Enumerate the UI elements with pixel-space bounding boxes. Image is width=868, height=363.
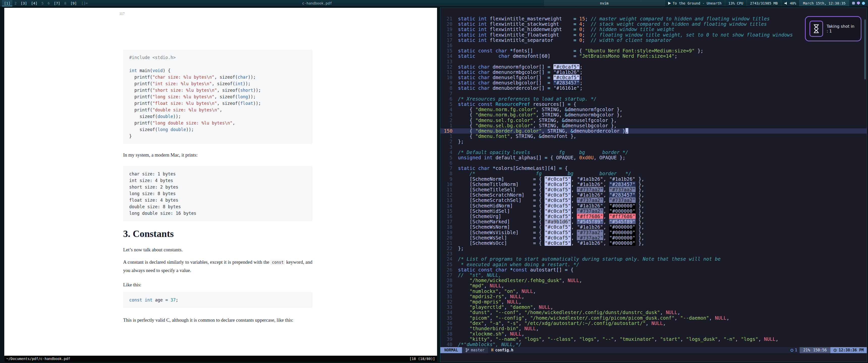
tag-4[interactable]: [4] <box>29 0 39 6</box>
tray-shield-icon[interactable] <box>857 1 860 5</box>
editor-line[interactable]: 12static char dmenunormfgcolor[] = "#c0c… <box>440 64 867 70</box>
editor-line[interactable]: 22}; <box>440 246 867 251</box>
editor-line[interactable]: 15static const char *fonts[] = { "Ubuntu… <box>440 48 867 54</box>
editor-line[interactable]: 21 [SchemeWsOcc] = { "#c0caf5", "#1a1b26… <box>440 240 867 246</box>
editor-line[interactable]: 11 [SchemeTitleSel] = { "#c0caf5", "#737… <box>440 187 867 192</box>
editor-line[interactable]: 19 [SchemeWsVisible] = { "#c0caf5", "#73… <box>440 230 867 235</box>
code-token: , <box>571 176 577 182</box>
editor-line[interactable]: 30 "numlockx", "on", NULL, <box>440 289 867 294</box>
editor-line[interactable]: 36 "dex", "-a", "-s", "/etc/xdg/autostar… <box>440 321 867 326</box>
editor-line[interactable]: 3 { "dmenu.norm.bg.color", STRING, &dmen… <box>440 112 867 118</box>
clock-status: March 15th, 12:38:35 <box>799 0 849 6</box>
editor-line[interactable]: 5unsigned int default_alphas[] = { OPAQU… <box>440 155 867 160</box>
code-token: , <box>490 309 496 315</box>
editor-area[interactable]: 21static int flexwintitle_masterweight =… <box>440 8 867 347</box>
tag-9[interactable]: [9] <box>68 0 79 6</box>
tag-3[interactable]: [3] <box>19 0 29 6</box>
editor-line[interactable]: 28 "/home/wickedlester/.fehbg_dusk", NUL… <box>440 278 867 283</box>
editor-line[interactable]: 10 [SchemeTitleNorm] = { "#c0caf5", "#1a… <box>440 182 867 187</box>
editor-line[interactable]: 17static int flexwintitle_separator = 0;… <box>440 38 867 43</box>
editor-line[interactable]: 14static char dmenufont[60] = "JetBrains… <box>440 54 867 59</box>
line-number: 9 <box>440 80 458 86</box>
tag-8[interactable]: 8 <box>62 0 68 6</box>
color-chip: "#1a1b26" <box>577 192 603 198</box>
code-token: , <box>542 336 548 342</box>
editor-line[interactable]: 35 "picom", "--config", "/home/wickedles… <box>440 316 867 321</box>
editor-line[interactable]: 14 [SchemeHidNorm] = { "#c0caf5", "#1a1b… <box>440 203 867 208</box>
editor-line[interactable]: 31 "mpdris2-rs", NULL, <box>440 294 867 299</box>
editor-line[interactable]: 26static const char *const autostart[] =… <box>440 267 867 272</box>
editor-line[interactable]: 13 <box>440 59 867 64</box>
editor-line[interactable]: 2 { "dmenu.sel.fg.color", STRING, &dmenu… <box>440 118 867 123</box>
color-chip: "#c0caf5" <box>553 64 580 70</box>
editor-line[interactable]: 8static char dmenubordercolor[] = "#1616… <box>440 86 867 91</box>
editor-line[interactable]: 40/*"dwmblocks", NULL,*/ <box>440 342 867 347</box>
editor-line[interactable]: 2}; <box>440 139 867 144</box>
editor-line[interactable]: 23 <box>440 251 867 256</box>
window-title-pdf[interactable]: c-handbook.pdf <box>90 0 544 6</box>
editor-line[interactable]: 7static char *colors[SchemeLast][4] = { <box>440 166 867 171</box>
editor-line[interactable]: 20 [SchemeWsSel] = { "#c0caf5", "#737aa2… <box>440 235 867 240</box>
editor-line[interactable]: 18static int flexwintitle_floatweight = … <box>440 32 867 38</box>
editor-line[interactable]: 39 "kitty", "--name", "logs", "--class",… <box>440 336 867 342</box>
editor-line[interactable]: 15 [SchemeHidSel] = { "#c0caf5", "#737aa… <box>440 208 867 214</box>
code-token: "--config" <box>496 315 524 321</box>
tray-network-icon[interactable] <box>862 2 865 5</box>
code-token: static int <box>458 32 490 38</box>
tag-5[interactable]: 5 <box>39 0 45 6</box>
editor-line[interactable]: 25 * executed again when doing a restart… <box>440 262 867 267</box>
tag-6[interactable]: 6 <box>46 0 52 6</box>
line-number: 25 <box>440 262 458 267</box>
editor-line[interactable]: 1 { "dmenu.font", STRING, &dmenufont }, <box>440 134 867 139</box>
editor-line[interactable]: 21static int flexwintitle_masterweight =… <box>440 16 867 22</box>
editor-line[interactable]: 18 [SchemeWsNorm] = { "#c0caf5", "#1a1b2… <box>440 224 867 230</box>
editor-line[interactable]: 32 "mpd-mpris", NULL, <box>440 299 867 304</box>
editor-line[interactable]: 33 "playerctld", "daemon", NULL, <box>440 304 867 310</box>
editor-line[interactable]: 9 [SchemeNorm] = { "#c0caf5", "#1a1b26",… <box>440 176 867 182</box>
tray-icon-1[interactable] <box>852 2 855 4</box>
code-token: unsigned int <box>458 155 496 160</box>
editor-line[interactable]: 24/* List of programs to start automatic… <box>440 256 867 262</box>
editor-line[interactable]: 8 /* fg bg border */ <box>440 171 867 176</box>
editor-line[interactable]: 7 <box>440 91 867 96</box>
paragraph: In my system, a modern Mac, it prints: <box>123 151 312 159</box>
editor-line[interactable]: 12 [SchemeScratchNorm] = { "#c0caf5", "#… <box>440 192 867 198</box>
tag-7[interactable]: [7] <box>52 0 62 6</box>
editor-line[interactable]: 6/* Xresources preferences to load at st… <box>440 96 867 102</box>
editor-line[interactable]: 34 "dunst", "--conf", "/home/wickedleste… <box>440 310 867 315</box>
editor-line[interactable]: 6 <box>440 160 867 166</box>
pdf-page[interactable]: 117 #include <stdio.h>int main(void) { p… <box>4 8 437 356</box>
code-token: = <box>574 21 579 27</box>
editor-line[interactable]: 150 { "dmenu.border.bg.color", STRING, &… <box>440 128 867 134</box>
editor-line[interactable]: 19static int flexwintitle_hiddenweight =… <box>440 27 867 32</box>
code-token: short <box>240 88 253 93</box>
tag-1[interactable]: [1] <box>2 0 12 6</box>
editor-line[interactable]: 16 [SchemeUrg] = { "#c0caf5", "#ff7686",… <box>440 214 867 219</box>
editor-line[interactable]: 17 [SchemeMarked] = { "#a9b1d6", "#545f8… <box>440 219 867 224</box>
editor-line[interactable]: 11static char dmenunormbgcolor[] = "#1a1… <box>440 70 867 75</box>
editor-line[interactable]: 16 <box>440 43 867 48</box>
now-playing[interactable]: To the Ground - Unearth <box>664 0 725 6</box>
volume-status[interactable]: 40% <box>781 0 799 6</box>
code-token: dmenunormbgcolor }, <box>568 112 622 118</box>
editor-line[interactable]: 9static char dmenuselbgcolor[] = "#28345… <box>440 80 867 86</box>
editor-line[interactable]: 13 [SchemeScratchSel] = { "#c0caf5", "#7… <box>440 198 867 203</box>
layout-indicator[interactable]: []= <box>79 0 90 6</box>
editor-line[interactable]: 5static const ResourcePref resources[] =… <box>440 102 867 107</box>
nvim-window[interactable]: 21static int flexwintitle_masterweight =… <box>440 7 867 362</box>
editor-line[interactable]: 10static char dmenuselfgcolor[] = "#c0ca… <box>440 75 867 80</box>
editor-line[interactable]: 3 <box>440 144 867 150</box>
editor-line[interactable]: 37 "thunderbird-bin", NULL, <box>440 326 867 331</box>
editor-line[interactable]: 38 "xlockme.sh", NULL, <box>440 331 867 336</box>
editor-line[interactable]: 4/* Default opacity levels fg bg border … <box>440 150 867 155</box>
command-line[interactable] <box>440 353 867 362</box>
editor-line[interactable]: 29 "mpd", NULL, <box>440 283 867 288</box>
editor-line[interactable]: 1 { "dmenu.sel.bg.color", STRING, &dmenu… <box>440 123 867 128</box>
editor-line[interactable]: 4 { "dmenu.norm.fg.color", STRING, &dmen… <box>440 107 867 112</box>
window-title-nvim[interactable]: nvim <box>544 0 664 6</box>
editor-line[interactable]: 20static int flexwintitle_stackweight = … <box>440 22 867 27</box>
editor-line[interactable]: 27// "st", NULL, <box>440 272 867 278</box>
tag-2[interactable]: 2 <box>12 0 19 6</box>
notification[interactable]: Taking shot in : 1 <box>805 16 862 41</box>
scrollbar-thumb[interactable] <box>864 20 866 79</box>
